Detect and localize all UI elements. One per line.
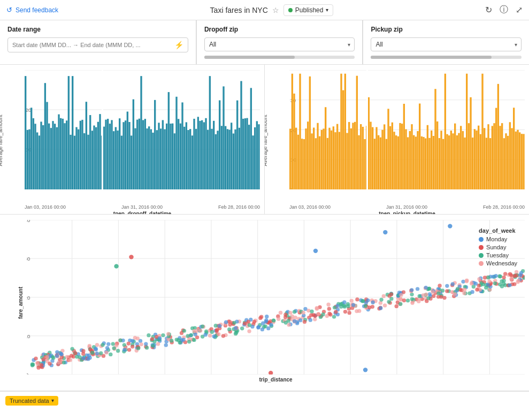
svg-rect-237 — [486, 138, 487, 189]
svg-text:20: 20 — [27, 295, 30, 301]
svg-rect-242 — [495, 108, 497, 189]
svg-rect-225 — [462, 131, 464, 189]
svg-rect-142 — [299, 74, 301, 189]
svg-rect-141 — [297, 135, 299, 189]
svg-rect-205 — [423, 137, 424, 189]
svg-point-869 — [351, 303, 355, 307]
svg-point-713 — [431, 290, 435, 294]
svg-point-859 — [55, 350, 59, 354]
svg-point-526 — [502, 276, 505, 279]
svg-point-780 — [208, 334, 212, 338]
svg-rect-172 — [358, 135, 359, 189]
published-badge[interactable]: Published ▾ — [283, 4, 334, 16]
svg-point-674 — [127, 348, 131, 352]
svg-point-562 — [51, 356, 55, 360]
dropoff-zip-select[interactable]: All — [204, 37, 355, 51]
svg-point-871 — [105, 346, 109, 350]
fullscreen-icon[interactable]: ⤢ — [516, 5, 523, 15]
legend-label-wednesday: Wednesday — [486, 260, 517, 266]
svg-point-411 — [410, 293, 413, 296]
svg-rect-248 — [507, 136, 509, 189]
svg-rect-173 — [360, 124, 362, 189]
svg-point-833 — [90, 351, 94, 355]
svg-rect-157 — [328, 128, 330, 189]
svg-rect-53 — [115, 127, 117, 189]
svg-point-677 — [252, 320, 256, 324]
pickup-zip-select[interactable]: All — [371, 37, 522, 51]
lightning-icon: ⚡ — [174, 41, 183, 49]
svg-text:0: 0 — [27, 372, 28, 375]
svg-rect-82 — [172, 124, 173, 189]
svg-point-868 — [288, 311, 292, 315]
svg-point-309 — [326, 303, 330, 307]
svg-rect-58 — [125, 120, 126, 189]
refresh-icon[interactable]: ↻ — [485, 5, 492, 15]
svg-rect-204 — [421, 136, 423, 189]
svg-point-708 — [122, 343, 126, 347]
svg-point-691 — [131, 345, 134, 348]
svg-point-742 — [258, 316, 262, 320]
svg-rect-171 — [356, 76, 358, 189]
truncated-data-button[interactable]: Truncated data ▾ — [5, 396, 58, 406]
pickup-zip-scrollbar[interactable] — [371, 56, 522, 59]
svg-point-888 — [88, 356, 91, 360]
svg-rect-38 — [86, 102, 87, 189]
svg-rect-181 — [375, 127, 377, 189]
svg-rect-78 — [164, 129, 165, 189]
charts-top-row: Average fare_amount 0 10 20 Jan — [0, 65, 529, 215]
svg-point-564 — [355, 297, 359, 301]
svg-point-768 — [214, 324, 218, 327]
svg-rect-44 — [97, 122, 99, 189]
pickup-x-tick-1: Jan 31, 2016 00:00 — [386, 204, 427, 210]
truncated-chevron-icon: ▾ — [51, 398, 54, 403]
svg-point-567 — [62, 361, 66, 364]
svg-rect-180 — [374, 139, 375, 189]
svg-rect-193 — [399, 123, 401, 189]
svg-point-853 — [48, 362, 51, 365]
svg-point-571 — [315, 306, 319, 310]
svg-point-681 — [465, 279, 469, 282]
svg-rect-104 — [215, 134, 217, 189]
svg-point-789 — [75, 355, 79, 358]
date-range-input[interactable]: Start date (MMM DD... → End date (MMM DD… — [7, 37, 188, 52]
svg-rect-76 — [160, 128, 162, 189]
svg-rect-213 — [439, 138, 440, 189]
dropoff-zip-scrollbar[interactable] — [204, 56, 355, 59]
svg-rect-235 — [481, 74, 483, 189]
svg-point-484 — [247, 329, 251, 333]
svg-rect-9 — [28, 129, 30, 189]
svg-rect-144 — [303, 139, 305, 189]
svg-rect-113 — [233, 133, 234, 189]
svg-point-624 — [294, 316, 297, 319]
star-icon[interactable]: ☆ — [272, 6, 279, 14]
svg-rect-63 — [134, 128, 136, 189]
svg-rect-251 — [513, 108, 515, 189]
svg-point-827 — [247, 320, 250, 324]
svg-rect-166 — [346, 133, 348, 189]
svg-text:10: 10 — [27, 333, 30, 339]
svg-rect-80 — [168, 92, 170, 189]
svg-rect-221 — [454, 124, 456, 189]
svg-rect-240 — [492, 126, 493, 189]
svg-rect-192 — [397, 136, 399, 189]
svg-rect-8 — [27, 130, 28, 189]
svg-point-688 — [215, 328, 219, 332]
svg-point-892 — [363, 368, 367, 372]
svg-rect-206 — [425, 139, 426, 189]
svg-rect-51 — [111, 120, 112, 189]
svg-rect-198 — [409, 131, 411, 189]
svg-point-809 — [234, 326, 237, 330]
svg-rect-199 — [411, 124, 412, 189]
svg-point-782 — [347, 311, 351, 315]
send-feedback-button[interactable]: ↺ Send feedback — [6, 6, 58, 14]
svg-rect-127 — [102, 70, 103, 189]
svg-rect-226 — [464, 138, 465, 189]
svg-point-781 — [136, 346, 140, 350]
svg-point-810 — [164, 343, 168, 347]
svg-rect-122 — [250, 88, 252, 189]
svg-rect-107 — [221, 126, 223, 189]
info-icon[interactable]: ⓘ — [500, 4, 508, 16]
svg-point-890 — [114, 264, 118, 269]
svg-point-821 — [195, 335, 199, 339]
svg-rect-90 — [187, 130, 189, 189]
